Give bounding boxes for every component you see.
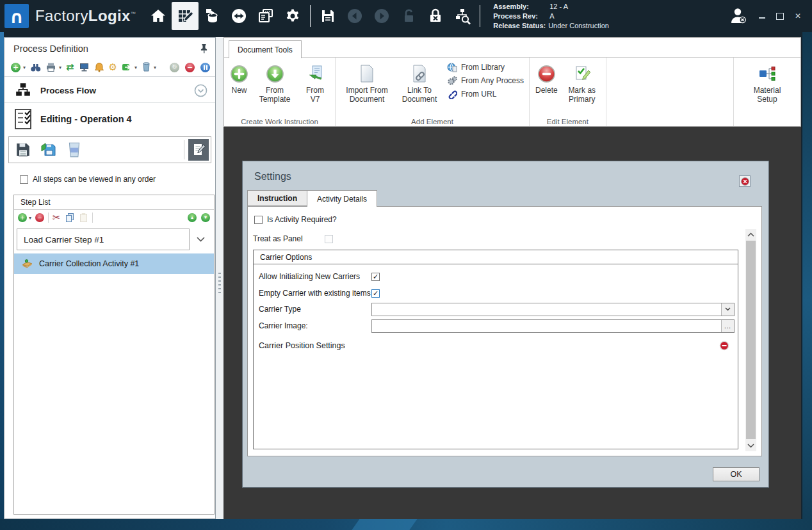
data-import-icon[interactable] [199, 2, 225, 30]
info-separator [480, 5, 480, 27]
cut-icon[interactable]: ✂ [53, 213, 61, 223]
scroll-down-icon[interactable] [745, 440, 756, 451]
collapse-icon[interactable] [194, 84, 207, 97]
from-any-process-icon [447, 76, 457, 86]
carrier-image-input[interactable]: … [371, 319, 735, 333]
tab-document-tools[interactable]: Document Tools [229, 40, 302, 58]
enable-icon[interactable]: ↻ [170, 63, 179, 72]
step-list-toolbar: +▾ − ✂ ▴ ▾ [14, 210, 214, 225]
save-icon[interactable] [314, 2, 341, 30]
import-operation-icon[interactable] [37, 138, 60, 161]
carrier-type-dropdown-icon[interactable] [721, 303, 734, 316]
home-icon[interactable] [145, 2, 172, 30]
carrier-image-value [372, 320, 721, 332]
empty-carrier-row: Empty Carrier with existing items ✓ [259, 286, 735, 300]
workstation-icon[interactable] [79, 62, 90, 72]
logo-n-glyph: ∩ [10, 7, 24, 27]
new-button[interactable]: New [228, 60, 250, 97]
any-order-label: All steps can be viewed in any order [33, 175, 156, 184]
panel-splitter[interactable] [216, 37, 223, 519]
step-name-box[interactable]: Load Carrier Step #1 [17, 229, 190, 250]
find-icon[interactable] [30, 62, 41, 72]
move-up-icon[interactable]: ▴ [188, 213, 197, 222]
bell-icon[interactable] [94, 62, 104, 72]
hold-icon[interactable] [200, 63, 210, 72]
treat-as-panel-checkbox[interactable] [325, 235, 333, 243]
close-button[interactable]: ✕ [789, 6, 807, 26]
add-caret-icon[interactable]: ▾ [23, 65, 26, 70]
is-activity-required-checkbox[interactable] [254, 216, 263, 224]
mark-as-primary-button[interactable]: Mark as Primary [562, 60, 602, 105]
from-library-button[interactable]: From Library [447, 62, 524, 72]
transfer-icon[interactable] [225, 2, 252, 30]
from-url-button[interactable]: From URL [447, 89, 524, 99]
delete-step-icon[interactable] [142, 62, 151, 72]
deploy-icon[interactable] [122, 62, 132, 72]
scroll-up-icon[interactable] [745, 229, 756, 240]
step-expander[interactable] [190, 237, 211, 242]
add-icon[interactable]: + [11, 63, 20, 72]
save-operation-icon[interactable] [12, 138, 35, 161]
forward-icon[interactable] [368, 2, 395, 30]
link-to-document-button[interactable]: Link To Document [397, 60, 442, 105]
ok-button[interactable]: OK [713, 467, 759, 481]
from-v7-button[interactable]: From V7 [299, 60, 331, 105]
import-from-document-button[interactable]: Import From Document [339, 60, 394, 105]
add-step-caret-icon[interactable]: ▾ [29, 215, 31, 221]
process-flow-row[interactable]: Process Flow [4, 79, 215, 102]
work-area: Settings Instruction Activity Details Is… [223, 127, 801, 519]
assembly-label: Assembly: [493, 2, 549, 12]
copy-icon[interactable] [65, 213, 75, 223]
reports-icon[interactable] [252, 2, 279, 30]
process-designer-icon[interactable] [172, 2, 199, 30]
material-setup-button[interactable]: Material Setup [745, 60, 790, 105]
any-order-checkbox[interactable] [20, 175, 28, 184]
activity-row-selected[interactable]: Carrier Collection Activity #1 [14, 253, 214, 274]
paste-icon[interactable] [79, 213, 88, 223]
lock-release-icon[interactable] [422, 2, 449, 30]
user-logout-icon[interactable] [724, 2, 753, 30]
remove-position-icon[interactable] [719, 341, 729, 351]
dialog-title: Settings [254, 171, 291, 182]
dialog-scrollbar[interactable] [745, 229, 756, 451]
carrier-options-header: Carrier Options [254, 250, 738, 264]
process-search-icon[interactable] [449, 2, 476, 30]
remove-step-icon[interactable]: − [35, 213, 44, 222]
process-definition-panel: Process Definition +▾ ▾ ⇄ ⚙ ▾ ▾ ↻ − Proc… [4, 37, 216, 519]
exchange-icon[interactable]: ⇄ [66, 63, 74, 72]
delete-operation-icon[interactable] [63, 138, 86, 161]
new-icon [230, 62, 248, 85]
carrier-image-browse-button[interactable]: … [721, 320, 734, 332]
tab-activity-details[interactable]: Activity Details [307, 190, 377, 207]
divider [4, 76, 215, 77]
scrollbar-thumb[interactable] [746, 241, 756, 439]
empty-carrier-checkbox[interactable]: ✓ [371, 289, 380, 298]
edit-instruction-button[interactable] [188, 139, 209, 161]
print-caret-icon[interactable]: ▾ [59, 65, 61, 70]
from-template-button[interactable]: From Template [253, 60, 296, 105]
disable-icon[interactable]: − [185, 63, 195, 72]
unlock-icon[interactable] [395, 2, 422, 30]
pin-icon[interactable] [199, 44, 209, 54]
tab-instruction[interactable]: Instruction [247, 190, 307, 206]
allow-initializing-checkbox[interactable]: ✓ [371, 273, 380, 281]
carrier-type-row: Carrier Type [259, 302, 735, 316]
minimize-button[interactable] [753, 6, 771, 26]
settings-gear-icon[interactable] [279, 2, 306, 30]
maximize-button[interactable] [771, 6, 789, 26]
process-flow-label: Process Flow [40, 86, 96, 95]
delete-caret-icon[interactable]: ▾ [154, 65, 156, 70]
deploy-caret-icon[interactable]: ▾ [134, 65, 137, 70]
move-down-icon[interactable]: ▾ [201, 213, 210, 222]
carrier-type-select[interactable] [371, 303, 735, 316]
dialog-close-button[interactable] [739, 175, 751, 187]
print-icon[interactable] [45, 62, 56, 72]
delete-element-button[interactable]: Delete [533, 60, 560, 97]
add-step-icon[interactable]: + [18, 213, 27, 222]
from-any-process-button[interactable]: From Any Process [447, 76, 524, 86]
settings-dialog: Settings Instruction Activity Details Is… [242, 161, 769, 488]
release-status-label: Release Status: [493, 21, 546, 31]
process-gear-icon[interactable]: ⚙ [109, 63, 117, 72]
titlebar: ∩ FactoryLogix™ [0, 0, 812, 32]
back-icon[interactable] [341, 2, 368, 30]
